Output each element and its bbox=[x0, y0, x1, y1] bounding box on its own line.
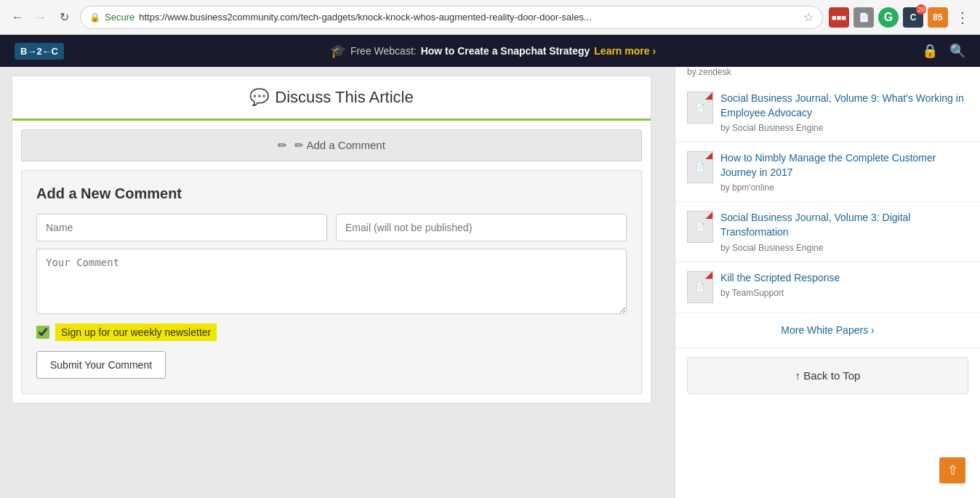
back-to-top-button[interactable]: ↑ Back to Top bbox=[687, 357, 968, 394]
wp-author-1: by Social Business Engine bbox=[720, 123, 968, 133]
scroll-to-top-float-button[interactable]: ⇧ bbox=[939, 457, 965, 483]
wp-doc-icon-4: 📄 bbox=[687, 271, 713, 303]
ext-green-button[interactable]: G bbox=[878, 7, 899, 28]
pencil-icon: ✏ bbox=[278, 139, 287, 152]
discuss-header: 💬 Discuss This Article bbox=[12, 76, 651, 121]
by-zendesk: by zendesk bbox=[675, 67, 980, 83]
main-layout: 💬 Discuss This Article ✏ ✏ Add a Comment… bbox=[0, 67, 980, 498]
article-section: 💬 Discuss This Article ✏ ✏ Add a Comment… bbox=[12, 76, 651, 403]
wp-content-2: How to Nimbly Manage the Complete Custom… bbox=[720, 151, 968, 193]
banner-logo: B→2←C bbox=[15, 43, 64, 60]
discuss-title: Discuss This Article bbox=[275, 88, 413, 107]
wp-doc-icon-1: 📄 bbox=[687, 92, 713, 124]
comment-fields-row bbox=[36, 214, 627, 241]
wp-title-1[interactable]: Social Business Journal, Volume 9: What'… bbox=[720, 92, 968, 120]
new-comment-section: Add a New Comment Sign up for our weekly… bbox=[21, 170, 642, 394]
banner-search-button[interactable]: 🔍 bbox=[949, 43, 965, 59]
banner-center: 🎓 Free Webcast: How to Create a Snapchat… bbox=[330, 43, 656, 59]
browser-chrome: ← → ↻ 🔒 Secure https://www.business2comm… bbox=[0, 0, 980, 35]
more-white-papers-link[interactable]: More White Papers › bbox=[781, 324, 874, 336]
submit-comment-button[interactable]: Submit Your Comment bbox=[36, 351, 166, 379]
newsletter-checkbox[interactable] bbox=[36, 326, 49, 339]
newsletter-label: Sign up for our weekly newsletter bbox=[55, 324, 217, 341]
refresh-button[interactable]: ↻ bbox=[54, 7, 74, 28]
wp-author-3: by Social Business Engine bbox=[720, 243, 968, 253]
url-text: https://www.business2community.com/tech-… bbox=[139, 12, 799, 23]
browser-actions: ■■■ 📄 G C 20 85 ⋮ bbox=[829, 7, 973, 28]
discuss-icon: 💬 bbox=[249, 88, 269, 107]
wp-author-2: by bpm'online bbox=[720, 182, 968, 193]
wp-doc-icon-2: 📄 bbox=[687, 151, 713, 183]
banner-right: 🔒 🔍 bbox=[922, 43, 965, 59]
wp-content-4: Kill the Scripted Response by TeamSuppor… bbox=[720, 271, 968, 299]
wp-title-2[interactable]: How to Nimbly Manage the Complete Custom… bbox=[720, 151, 968, 180]
list-item: 📄 How to Nimbly Manage the Complete Cust… bbox=[675, 142, 980, 202]
menu-button[interactable]: ⋮ bbox=[952, 9, 973, 26]
forward-button[interactable]: → bbox=[31, 7, 51, 28]
back-button[interactable]: ← bbox=[7, 7, 28, 28]
top-banner: B→2←C 🎓 Free Webcast: How to Create a Sn… bbox=[0, 35, 980, 67]
ext-red-button[interactable]: ■■■ bbox=[829, 7, 849, 28]
secure-icon: 🔒 bbox=[89, 12, 100, 23]
ext-badge: 20 bbox=[916, 4, 926, 15]
new-comment-title: Add a New Comment bbox=[36, 185, 627, 202]
wp-title-4[interactable]: Kill the Scripted Response bbox=[720, 271, 968, 286]
comment-area: ✏ ✏ Add a Comment bbox=[12, 129, 651, 161]
secure-label: Secure bbox=[105, 12, 134, 23]
ext-orange-button[interactable]: 85 bbox=[928, 7, 948, 28]
hat-icon: 🎓 bbox=[330, 43, 346, 59]
banner-bold-text: How to Create a Snapchat Strategy bbox=[421, 45, 590, 57]
add-comment-label: ✏ Add a Comment bbox=[294, 139, 385, 152]
more-white-papers-section: More White Papers › bbox=[675, 313, 980, 348]
right-sidebar: by zendesk 📄 Social Business Journal, Vo… bbox=[675, 67, 980, 498]
wp-author-4: by TeamSupport bbox=[720, 288, 968, 298]
bookmark-button[interactable]: ☆ bbox=[803, 10, 814, 24]
email-input[interactable] bbox=[336, 214, 627, 241]
comment-textarea[interactable] bbox=[36, 249, 627, 314]
wp-content-1: Social Business Journal, Volume 9: What'… bbox=[720, 92, 968, 133]
wp-content-3: Social Business Journal, Volume 3: Digit… bbox=[720, 211, 968, 252]
banner-normal-text: Free Webcast: bbox=[350, 45, 417, 57]
list-item: 📄 Social Business Journal, Volume 9: Wha… bbox=[675, 83, 980, 142]
left-content: 💬 Discuss This Article ✏ ✏ Add a Comment… bbox=[0, 67, 675, 498]
wp-title-3[interactable]: Social Business Journal, Volume 3: Digit… bbox=[720, 211, 968, 239]
ext-gray-button[interactable]: 📄 bbox=[854, 7, 874, 28]
wp-doc-icon-3: 📄 bbox=[687, 211, 713, 243]
add-comment-button[interactable]: ✏ ✏ Add a Comment bbox=[21, 129, 642, 161]
learn-more-link[interactable]: Learn more › bbox=[594, 45, 656, 57]
newsletter-row: Sign up for our weekly newsletter bbox=[36, 324, 627, 341]
nav-buttons: ← → ↻ bbox=[7, 7, 74, 28]
list-item: 📄 Social Business Journal, Volume 3: Dig… bbox=[675, 202, 980, 262]
address-bar[interactable]: 🔒 Secure https://www.business2community.… bbox=[80, 6, 823, 29]
banner-lock-button[interactable]: 🔒 bbox=[922, 43, 938, 59]
name-input[interactable] bbox=[36, 214, 327, 241]
list-item: 📄 Kill the Scripted Response by TeamSupp… bbox=[675, 262, 980, 313]
